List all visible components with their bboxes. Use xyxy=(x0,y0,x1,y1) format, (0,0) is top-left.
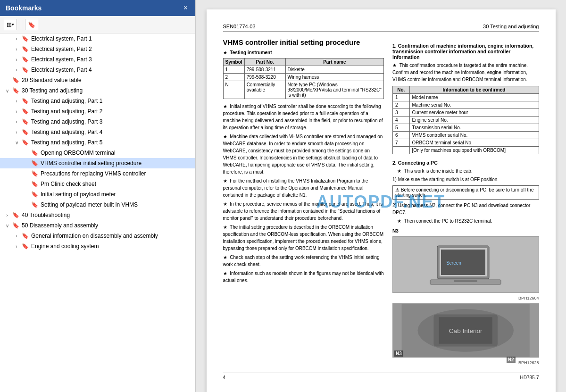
bookmark-icon: 🔖 xyxy=(31,201,39,208)
right-column: 1. Confirmation of machine information, … xyxy=(392,38,539,365)
star-icon: ★ xyxy=(397,168,401,174)
expand-icon: ∨ xyxy=(4,223,10,228)
info-no: 4 xyxy=(393,117,409,124)
sidebar-item-troubleshooting40[interactable]: › 🔖 40 Troubleshooting xyxy=(0,210,195,220)
bookmark-icon: 🔖 xyxy=(22,67,29,73)
sidebar-item-testing-part2[interactable]: › 🔖 Testing and adjusting, Part 2 xyxy=(0,106,195,117)
image2-container: Cab Interior N3 N2 BPH12628 xyxy=(392,303,539,365)
sidebar-item-testing-part4[interactable]: › 🔖 Testing and adjusting, Part 4 xyxy=(0,127,195,137)
info-no: 1 xyxy=(393,94,409,101)
sidebar-item-electrical2[interactable]: › 🔖 Electrical system, Part 2 xyxy=(0,44,195,54)
info-text: Engine serial No. xyxy=(409,117,539,124)
svg-text:Cab Interior: Cab Interior xyxy=(449,327,483,334)
left-column: VHMS controller initial setting procedur… xyxy=(223,38,384,365)
bookmark-icon: 🔖 xyxy=(22,98,29,104)
expand-icon: › xyxy=(13,109,20,114)
body-para-2: ★ Machine data collected with VHMS contr… xyxy=(223,133,384,175)
bookmark-icon: 🔖 xyxy=(12,222,20,229)
bookmark-icon: 🔖 xyxy=(31,160,39,167)
table-row: 2 799-508-3220 Wiring harness xyxy=(223,74,384,81)
n3-label: N3 xyxy=(392,228,539,234)
star-icon: ★ xyxy=(223,255,227,260)
info-table-row: 4 Engine serial No. xyxy=(393,117,539,124)
table-row: N Commercially available Note type PC (W… xyxy=(223,81,384,99)
body-para-6: ★ Check each step of the setting work re… xyxy=(223,254,384,268)
close-button[interactable]: × xyxy=(182,4,190,12)
sidebar-item-label: Electrical system, Part 3 xyxy=(31,56,92,63)
list-view-button[interactable]: ⊞ ▾ xyxy=(4,19,17,30)
list-icon: ⊞ xyxy=(7,21,12,28)
page-footer: 4 HD785-7 xyxy=(223,373,539,380)
sidebar-item-electrical3[interactable]: › 🔖 Electrical system, Part 3 xyxy=(0,54,195,65)
sidebar-item-label: 40 Troubleshooting xyxy=(22,212,70,218)
n3-overlay-label: N3 xyxy=(394,350,403,357)
sidebar-item-electrical1[interactable]: › 🔖 Electrical system, Part 1 xyxy=(0,33,195,44)
star-icon: ★ xyxy=(223,178,227,183)
sidebar-item-label: Electrical system, Part 1 xyxy=(31,35,92,42)
section2-title: 2. Connecting a PC xyxy=(392,160,539,166)
expand-icon: › xyxy=(13,99,20,104)
info-no: 3 xyxy=(393,109,409,117)
sidebar-item-engine-cooling[interactable]: › 🔖 Engine and cooling system xyxy=(0,241,195,251)
partno-cell: 799-508-3211 xyxy=(244,66,285,74)
bookmark-icon: 🔖 xyxy=(12,212,20,218)
bookmark-icon-button[interactable]: 🔖 xyxy=(25,19,38,30)
star-icon: ★ xyxy=(223,271,227,276)
body-para-7: ★ Information such as models shown in th… xyxy=(223,270,384,284)
section-title: VHMS controller initial setting procedur… xyxy=(223,38,384,46)
sidebar-item-label: Precautions for replacing VHMS controlle… xyxy=(41,170,146,177)
info-table-row: 7 ORBCOM terminal serial No. xyxy=(393,139,539,147)
bookmark-icon: 🔖 xyxy=(31,191,39,198)
info-no: 6 xyxy=(393,132,409,139)
expand-icon: › xyxy=(4,213,10,218)
toolbar-separator xyxy=(21,20,21,29)
sidebar-item-precautions[interactable]: 🔖 Precautions for replacing VHMS control… xyxy=(0,168,195,179)
sidebar-toolbar: ⊞ ▾ 🔖 xyxy=(0,16,195,33)
sidebar-item-label: 20 Standard value table xyxy=(22,77,82,83)
expand-icon: › xyxy=(13,234,20,239)
bookmark-icon: 🔖 xyxy=(31,170,39,177)
sidebar-item-testing30[interactable]: ∨ 🔖 30 Testing and adjusting xyxy=(0,85,195,96)
sidebar-item-standard20[interactable]: 🔖 20 Standard value table xyxy=(0,75,195,85)
sidebar-item-testing-part3[interactable]: › 🔖 Testing and adjusting, Part 3 xyxy=(0,117,195,127)
sidebar-item-label: Opening ORBCOMM terminal xyxy=(41,150,116,156)
laptop-image: Screen xyxy=(392,236,539,293)
info-table-row: 3 Current service meter hour xyxy=(393,109,539,117)
table-header-partno: Part No. xyxy=(244,58,285,66)
info-table-row: 5 Transmission serial No. xyxy=(393,124,539,132)
star-icon: ★ xyxy=(397,218,401,224)
sidebar-item-pm-clinic[interactable]: 🔖 Pm Clinic check sheet xyxy=(0,179,195,189)
body-para-4: ★ In the procedure, service menus of the… xyxy=(223,200,384,222)
sidebar-item-payload-initial[interactable]: 🔖 Initial setting of payload meter xyxy=(0,189,195,200)
body-para-3: ★ For the method of installing the VHMS … xyxy=(223,177,384,199)
sidebar-item-electrical4[interactable]: › 🔖 Electrical system, Part 4 xyxy=(0,65,195,75)
sidebar-item-general-disassembly[interactable]: › 🔖 General information on disassembly a… xyxy=(0,231,195,241)
expand-icon: ∨ xyxy=(4,88,10,93)
info-text: Transmission serial No. xyxy=(409,124,539,132)
sidebar-item-disassembly50[interactable]: ∨ 🔖 50 Disassembly and assembly xyxy=(0,220,195,231)
sidebar-item-label: 50 Disassembly and assembly xyxy=(22,222,98,229)
bookmark-icon: 🔖 xyxy=(31,181,39,187)
sidebar-item-label: Testing and adjusting, Part 1 xyxy=(31,98,102,104)
info-table: No. Information to be confirmed 1 Model … xyxy=(392,86,539,154)
svg-rect-5 xyxy=(454,280,477,282)
bookmark-icon: 🔖 xyxy=(22,139,29,146)
sidebar-item-label: Testing and adjusting, Part 3 xyxy=(31,118,102,125)
header-left: SEN01774-03 xyxy=(223,24,256,29)
sidebar-item-label: Engine and cooling system xyxy=(31,243,99,250)
section2-step2-star: ★ Then connect the PC to RS232C terminal… xyxy=(397,217,539,225)
sidebar-item-vhms[interactable]: 🔖 VHMS controller initial setting proced… xyxy=(0,158,195,168)
sidebar-item-orbcomm[interactable]: 🔖 Opening ORBCOMM terminal xyxy=(0,148,195,158)
model-number: HD785-7 xyxy=(520,375,539,380)
partno-cell: 799-508-3220 xyxy=(244,74,285,81)
image2-label: BPH12628 xyxy=(392,360,539,365)
table-header-partname: Part name xyxy=(285,58,383,66)
sidebar-item-payload-setting[interactable]: 🔖 Setting of payload meter built in VHMS xyxy=(0,200,195,210)
bookmark-icon: 🔖 xyxy=(22,46,29,52)
bookmark-icon: 🔖 xyxy=(22,56,29,63)
section2-step2: 2) Using harness N2, connect the PC N3 a… xyxy=(392,202,539,216)
warning-box: ⚠ Before connecting or disconnecting a P… xyxy=(392,185,539,200)
info-no: 7 xyxy=(393,139,409,147)
sidebar-item-testing-part1[interactable]: › 🔖 Testing and adjusting, Part 1 xyxy=(0,96,195,106)
sidebar-item-testing-part5[interactable]: ∨ 🔖 Testing and adjusting, Part 5 xyxy=(0,137,195,148)
